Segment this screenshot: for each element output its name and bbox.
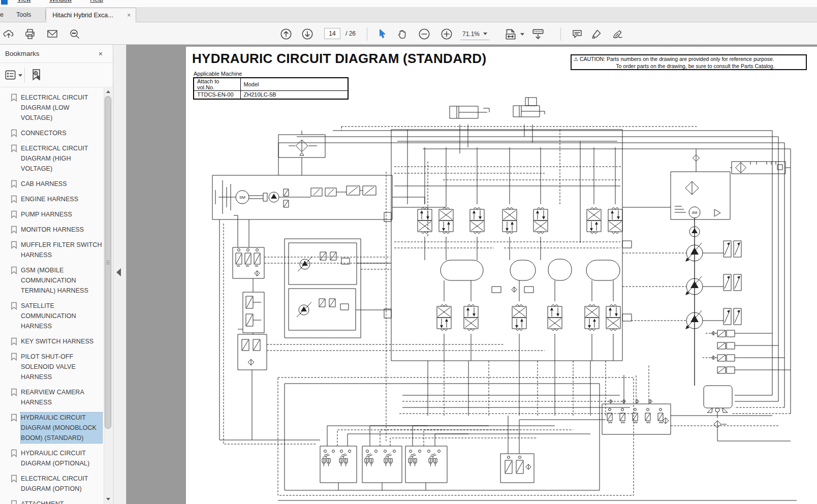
tank-and-pump-group: AM xyxy=(622,149,791,386)
bookmark-item-label: PILOT SHUT-OFF SOLENOID VALVE HARNESS xyxy=(21,352,102,382)
menu-bar: View Window Help xyxy=(0,0,817,8)
bookmark-item[interactable]: HYDRAULIC CIRCUIT DIAGRAM (OPTIONAL) xyxy=(11,448,102,468)
pilot-control-boxes xyxy=(320,446,534,483)
comment-button[interactable] xyxy=(570,26,585,42)
bookmark-icon xyxy=(11,210,17,218)
left-valve-blocks xyxy=(219,219,545,444)
menu-help[interactable]: Help xyxy=(90,0,103,3)
bookmark-icon xyxy=(11,180,17,188)
bookmark-item-label: MONITOR HARNESS xyxy=(21,225,84,235)
bookmark-item[interactable]: KEY SWITCH HARNESS xyxy=(11,336,102,346)
caution-line1: CAUTION: Parts numbers on the drawing ar… xyxy=(580,56,774,62)
bookmark-icon xyxy=(11,195,17,203)
bookmark-icon xyxy=(11,337,17,345)
toolbar-divider xyxy=(24,68,25,83)
bookmark-item[interactable]: HYDRAULIC CIRCUIT DIAGRAM (MONOBLOCK BOO… xyxy=(11,413,102,443)
page-title: HYDRAURIC CIRCUIT DIAGRAM (STANDARD) xyxy=(192,51,486,67)
bookmark-item[interactable]: GSM (MOBILE COMMUNICATION TERMINAL) HARN… xyxy=(11,265,102,296)
chevron-down-icon[interactable] xyxy=(18,74,22,77)
zoom-out-button[interactable] xyxy=(417,26,432,42)
table-header-cell: Model xyxy=(240,78,348,91)
bookmark-item-label: HYDRAULIC CIRCUIT DIAGRAM (MONOBLOCK BOO… xyxy=(21,413,102,443)
bookmarks-list: ELECTRICAL CIRCUIT DIAGRAM (LOW VOLTAGE)… xyxy=(0,88,103,504)
highlight-button[interactable] xyxy=(589,26,604,42)
bookmark-icon xyxy=(11,388,17,396)
acrobat-window: View Window Help e Tools Hitachi Hybrid … xyxy=(0,0,817,504)
panel-collapse-handle[interactable] xyxy=(116,268,121,276)
hand-tool-button[interactable] xyxy=(394,26,410,42)
app-icon[interactable] xyxy=(1,0,8,5)
print-button[interactable] xyxy=(22,26,38,42)
bookmark-item[interactable]: PUMP HARNESS xyxy=(11,209,102,219)
right-valve-stack xyxy=(703,330,791,373)
bookmark-icon xyxy=(11,144,17,152)
scrolling-mode-button[interactable] xyxy=(530,26,546,42)
search-icon xyxy=(69,28,81,40)
bookmark-item[interactable]: CONNECTORS xyxy=(11,128,102,138)
bookmark-item-label: HYDRAULIC CIRCUIT DIAGRAM (OPTIONAL) xyxy=(21,448,102,468)
applicable-machine-caption: Applicable Machine xyxy=(194,71,242,77)
bookmark-item[interactable]: CAB HARNESS xyxy=(11,179,102,189)
bookmark-icon xyxy=(11,241,17,249)
main-control-valve-block xyxy=(384,130,632,441)
bookmark-icon xyxy=(11,226,17,234)
page-down-icon xyxy=(301,27,314,41)
menu-view[interactable]: View xyxy=(17,0,31,3)
comment-bubble-icon xyxy=(571,28,583,40)
bookmark-item[interactable]: ENGINE HARNESS xyxy=(11,194,102,204)
tab-close-icon[interactable]: × xyxy=(127,12,131,19)
zoom-in-icon xyxy=(440,27,453,41)
tab-tools[interactable]: Tools xyxy=(6,8,45,22)
tab-document[interactable]: Hitachi Hybrid Exca... × xyxy=(46,8,136,22)
bookmark-item[interactable]: MONITOR HARNESS xyxy=(11,225,102,235)
hydraulic-circuit-diagram: SM xyxy=(189,90,814,503)
bookmark-icon xyxy=(11,414,17,422)
menu-window[interactable]: Window xyxy=(49,0,72,3)
cloud-upload-icon xyxy=(3,28,15,40)
page-number-input[interactable]: 14 xyxy=(324,28,340,39)
zoom-in-button[interactable] xyxy=(439,26,454,42)
main-toolbar: 14 / 26 71.1% xyxy=(0,22,817,45)
bookmark-item-label: SATELLITE COMMUNICATION HARNESS xyxy=(21,301,102,331)
bookmark-item[interactable]: MUFFLER FILTER SWITCH HARNESS xyxy=(11,240,102,260)
bookmark-item-label: GSM (MOBILE COMMUNICATION TERMINAL) HARN… xyxy=(21,265,102,296)
bookmark-item[interactable]: ELECTRICAL CIRCUIT DIAGRAM (HIGH VOLTAGE… xyxy=(11,143,102,174)
scrollbar-thumb[interactable] xyxy=(105,96,111,429)
new-bookmark-icon[interactable] xyxy=(28,68,44,83)
fit-width-button[interactable] xyxy=(503,26,518,42)
bookmark-item[interactable]: REARVIEW CAMERA HARNESS xyxy=(11,387,102,407)
bookmarks-close-icon[interactable]: × xyxy=(99,50,103,58)
scroll-down-icon[interactable] xyxy=(104,495,112,503)
fill-sign-button[interactable] xyxy=(610,26,625,42)
printer-icon xyxy=(24,28,36,40)
bookmark-item[interactable]: PILOT SHUT-OFF SOLENOID VALVE HARNESS xyxy=(11,352,102,382)
previous-page-button[interactable] xyxy=(278,26,294,42)
bookmarks-scrollbar[interactable] xyxy=(104,88,112,504)
tab-document-label: Hitachi Hybrid Exca... xyxy=(52,12,113,19)
bookmark-icon xyxy=(11,129,17,137)
fit-width-icon xyxy=(504,27,517,41)
bookmark-icon xyxy=(11,449,17,457)
email-button[interactable] xyxy=(45,26,60,42)
bookmarks-title: Bookmarks xyxy=(5,50,40,57)
zoom-level-select[interactable]: 71.1% xyxy=(460,28,489,40)
scroll-up-icon[interactable] xyxy=(104,88,112,96)
bookmark-item[interactable]: ELECTRICAL CIRCUIT DIAGRAM (OPTION) xyxy=(11,474,102,494)
scrolling-mode-icon xyxy=(531,27,545,41)
bookmark-item[interactable]: ELECTRICAL CIRCUIT DIAGRAM (LOW VOLTAGE) xyxy=(11,92,102,123)
chevron-down-icon xyxy=(520,33,524,36)
fit-width-caret[interactable] xyxy=(519,26,525,42)
bookmark-icon xyxy=(11,353,17,361)
tab-partial[interactable]: e xyxy=(0,8,6,22)
search-button[interactable] xyxy=(67,26,82,42)
next-page-button[interactable] xyxy=(300,26,315,42)
toolbar-divider xyxy=(560,27,561,41)
sub-pump-blocks xyxy=(285,239,391,338)
bookmark-item[interactable]: ATTACHMENT xyxy=(11,499,102,504)
misc-connections xyxy=(238,197,791,414)
bookmark-options-icon[interactable] xyxy=(4,69,17,82)
share-file-button[interactable] xyxy=(1,26,16,42)
bookmark-item[interactable]: SATELLITE COMMUNICATION HARNESS xyxy=(11,301,102,331)
document-area[interactable]: HYDRAURIC CIRCUIT DIAGRAM (STANDARD) App… xyxy=(127,45,817,504)
select-tool-button[interactable] xyxy=(375,26,390,42)
